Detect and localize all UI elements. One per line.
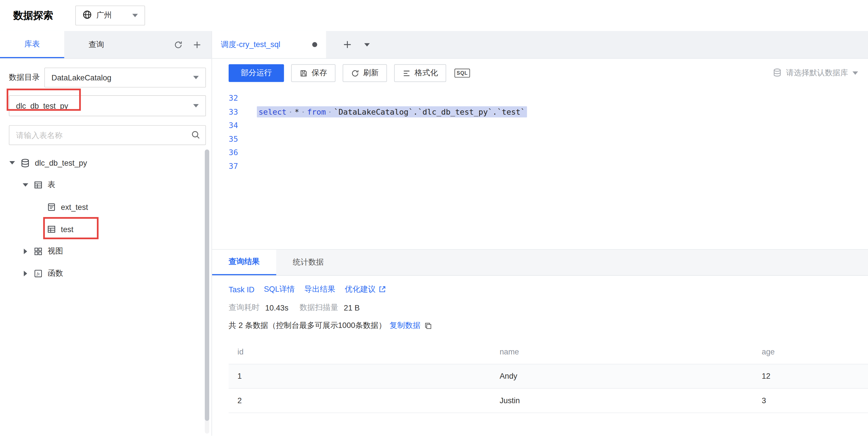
tree-item-[interactable]: 表	[0, 174, 212, 196]
table-row: 1Andy12	[228, 364, 868, 388]
results-tabbar: 查询结果统计数据	[212, 250, 868, 276]
stat-label: 查询耗时	[228, 303, 260, 313]
tree-item-dlc_db_test_py[interactable]: dlc_db_test_py	[0, 152, 212, 174]
external-link-icon	[378, 285, 386, 294]
refresh-icon	[351, 69, 359, 77]
database-select[interactable]: dlc_db_test_py	[9, 95, 206, 116]
table-icon	[47, 225, 56, 234]
table-cell: Justin	[491, 388, 753, 412]
function-icon: fx	[34, 269, 42, 278]
partial-run-button[interactable]: 部分运行	[228, 64, 284, 82]
line-number: 34	[212, 119, 238, 132]
result-link-0[interactable]: Task ID	[228, 285, 254, 294]
region-label: 广州	[96, 10, 112, 21]
catalog-label: 数据目录	[9, 72, 40, 82]
copy-data-link[interactable]: 复制数据	[390, 321, 421, 330]
sidebar: 库表查询 数据目录 DataLakeCatalog d	[0, 31, 212, 436]
results-tab-statistics[interactable]: 统计数据	[276, 250, 340, 275]
chevron-right-icon[interactable]	[22, 271, 29, 276]
copy-icon[interactable]	[424, 321, 432, 330]
table-header-row: idnameage	[228, 339, 868, 364]
code-line	[257, 119, 868, 132]
view-icon	[34, 247, 42, 256]
table-search	[9, 125, 206, 145]
chevron-down-icon	[193, 104, 199, 108]
whitespace-dot: ·	[288, 107, 293, 116]
tree-item-ext_test[interactable]: ext_test	[0, 196, 212, 218]
search-input[interactable]	[9, 125, 206, 145]
row-count-text: 共 2 条数据（控制台最多可展示1000条数据）	[228, 321, 386, 330]
code-editor[interactable]: 323334353637 select·*·from·`DataLakeCata…	[212, 88, 868, 249]
catalog-select[interactable]: DataLakeCatalog	[44, 67, 206, 88]
results-body: Task IDSQL详情导出结果优化建议 查询耗时10.43s数据扫描量21 B…	[212, 276, 868, 413]
sql-icon[interactable]: SQL	[454, 69, 470, 78]
code-line	[257, 146, 868, 159]
sql-keyword: from	[307, 107, 326, 116]
tree-item-label: 表	[48, 180, 55, 190]
sql-keyword: select	[258, 107, 286, 116]
tree-item-label: ext_test	[61, 203, 88, 211]
sidebar-tab-query[interactable]: 查询	[64, 31, 128, 58]
svg-text:fx: fx	[37, 271, 40, 276]
main-area: 调度-cry_test_sql 部分运行 保存	[212, 31, 868, 436]
database-icon	[773, 68, 782, 79]
refresh-icon[interactable]	[174, 40, 183, 49]
editor-code[interactable]: select·*·from·`DataLakeCatalog`.`dlc_db_…	[240, 91, 868, 249]
chevron-down-icon	[852, 71, 858, 75]
tree-item-label: 视图	[48, 246, 63, 256]
editor-toolbar: 部分运行 保存 刷新 格式化	[212, 59, 868, 88]
result-link-3[interactable]: 优化建议	[345, 285, 386, 295]
save-button[interactable]: 保存	[291, 64, 335, 82]
result-links: Task IDSQL详情导出结果优化建议	[228, 285, 868, 295]
scrollbar-thumb[interactable]	[205, 149, 210, 421]
tree-item-[interactable]: fx函数	[0, 262, 212, 285]
result-link-1[interactable]: SQL详情	[264, 285, 295, 295]
tab-list-chevron-icon[interactable]	[364, 31, 370, 58]
default-db-select[interactable]: 请选择默认数据库	[773, 68, 859, 79]
format-icon	[403, 69, 411, 77]
chevron-right-icon[interactable]	[22, 249, 29, 254]
unsaved-dot-icon	[312, 42, 317, 47]
new-tab-icon[interactable]	[343, 31, 352, 58]
results-table: idnameage 1Andy122Justin3	[228, 339, 868, 413]
results-tab-query-result[interactable]: 查询结果	[212, 250, 276, 275]
chevron-down-icon[interactable]	[9, 161, 16, 165]
whitespace-dot: ·	[301, 107, 305, 116]
column-header-name: name	[491, 339, 753, 364]
code-line	[257, 91, 868, 105]
table-cell: 12	[753, 364, 868, 388]
editor-gutter: 323334353637	[212, 91, 240, 249]
chevron-down-icon[interactable]	[22, 183, 29, 187]
sidebar-tab-actions	[129, 31, 212, 58]
add-query-icon[interactable]	[193, 40, 202, 49]
table-cell: 2	[228, 388, 491, 412]
result-link-2[interactable]: 导出结果	[305, 285, 336, 295]
save-icon	[300, 69, 308, 77]
tree-item-test[interactable]: test	[0, 218, 212, 240]
catalog-row: 数据目录 DataLakeCatalog	[9, 67, 206, 88]
table-cell: 3	[753, 388, 868, 412]
table-cell: Andy	[491, 364, 753, 388]
sidebar-scrollbar[interactable]	[205, 149, 210, 433]
database-value: dlc_db_test_py	[16, 101, 68, 110]
editor-tab-label: 调度-cry_test_sql	[221, 40, 280, 50]
results-panel: 查询结果统计数据 Task IDSQL详情导出结果优化建议 查询耗时10.43s…	[212, 249, 868, 436]
search-icon[interactable]	[191, 130, 200, 142]
region-selector[interactable]: 广州	[75, 5, 145, 25]
sidebar-tab-tables[interactable]: 库表	[0, 31, 64, 58]
refresh-button[interactable]: 刷新	[343, 64, 387, 82]
tree-item-[interactable]: 视图	[0, 240, 212, 263]
default-db-placeholder: 请选择默认数据库	[786, 68, 848, 78]
format-button[interactable]: 格式化	[394, 64, 446, 82]
globe-icon	[82, 10, 92, 21]
body: 库表查询 数据目录 DataLakeCatalog d	[0, 31, 868, 436]
sql-token: *	[294, 107, 299, 116]
tree-item-label: dlc_db_test_py	[35, 158, 87, 167]
table-group-icon	[34, 180, 42, 190]
tree-item-label: test	[61, 225, 73, 234]
sidebar-tabbar: 库表查询	[0, 31, 212, 59]
editor-tab[interactable]: 调度-cry_test_sql	[212, 31, 326, 58]
line-number: 37	[212, 159, 238, 173]
page-title: 数据探索	[13, 9, 53, 22]
tree-item-label: 函数	[48, 269, 63, 279]
